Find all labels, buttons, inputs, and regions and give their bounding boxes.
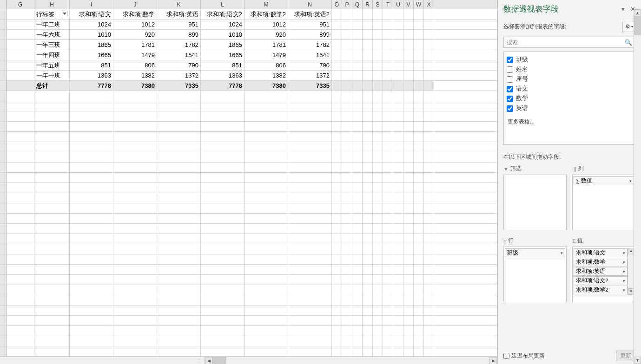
row-header[interactable] bbox=[0, 50, 7, 60]
value-header[interactable]: 求和项:数学2 bbox=[245, 9, 288, 19]
chevron-down-icon[interactable]: ▾ bbox=[623, 288, 625, 292]
row-header[interactable] bbox=[0, 254, 7, 264]
row-header[interactable] bbox=[0, 306, 7, 315]
value-header[interactable]: 求和项:英语2 bbox=[288, 9, 332, 19]
defer-layout-checkbox[interactable]: 延迟布局更新 bbox=[503, 352, 545, 360]
data-cell[interactable]: 1372 bbox=[157, 71, 201, 80]
row-header[interactable] bbox=[0, 285, 7, 295]
total-cell[interactable]: 7778 bbox=[201, 81, 245, 91]
row-header[interactable] bbox=[0, 275, 7, 285]
row-label-cell[interactable]: 一年五班 bbox=[34, 60, 70, 70]
data-cell[interactable]: 1382 bbox=[113, 71, 157, 80]
row-header[interactable] bbox=[0, 214, 7, 223]
value-header[interactable]: 求和项:语文 bbox=[70, 9, 113, 19]
row-header[interactable] bbox=[0, 316, 7, 325]
col-header[interactable]: S bbox=[373, 0, 383, 9]
total-label[interactable]: 总计 bbox=[34, 81, 70, 91]
row-label-cell[interactable]: 一年四班 bbox=[34, 50, 70, 60]
col-header[interactable]: P bbox=[342, 0, 352, 9]
values-scrollbar[interactable]: ▲ ▼ bbox=[628, 248, 634, 295]
col-header[interactable]: T bbox=[383, 0, 393, 9]
value-header[interactable]: 求和项:数学 bbox=[113, 9, 157, 19]
row-header[interactable] bbox=[0, 111, 7, 121]
data-cell[interactable]: 1012 bbox=[113, 20, 157, 29]
data-cell[interactable]: 790 bbox=[288, 60, 332, 70]
field-checkbox[interactable] bbox=[507, 57, 513, 63]
data-cell[interactable]: 1382 bbox=[245, 71, 288, 80]
total-cell[interactable]: 7380 bbox=[245, 81, 288, 91]
col-header[interactable]: O bbox=[332, 0, 342, 9]
row-header[interactable] bbox=[0, 183, 7, 193]
data-cell[interactable]: 1479 bbox=[245, 50, 288, 60]
col-header[interactable]: N bbox=[288, 0, 332, 9]
value-field-pill[interactable]: 求和项:数学2▾ bbox=[574, 286, 628, 294]
row-header[interactable] bbox=[0, 244, 7, 254]
col-header[interactable]: I bbox=[70, 0, 113, 9]
row-label-cell[interactable]: 一年三班 bbox=[34, 40, 70, 50]
value-field-pill[interactable]: 求和项:数学▾ bbox=[574, 258, 628, 266]
col-header[interactable]: M bbox=[245, 0, 288, 9]
col-header[interactable]: V bbox=[403, 0, 414, 9]
row-field-pill[interactable]: 班级▾ bbox=[505, 248, 565, 257]
total-cell[interactable]: 7380 bbox=[113, 81, 157, 91]
scroll-right-icon[interactable]: ▶ bbox=[489, 357, 497, 364]
row-header[interactable] bbox=[0, 142, 7, 152]
col-header[interactable]: L bbox=[201, 0, 245, 9]
data-cell[interactable]: 920 bbox=[245, 30, 288, 39]
col-header[interactable]: W bbox=[414, 0, 424, 9]
row-header[interactable] bbox=[0, 60, 7, 70]
data-cell[interactable]: 1541 bbox=[157, 50, 201, 60]
data-cell[interactable]: 920 bbox=[113, 30, 157, 39]
total-cell[interactable]: 7335 bbox=[157, 81, 201, 91]
columns-drop-zone[interactable]: ∑ 数值▾ bbox=[572, 175, 635, 230]
row-header[interactable] bbox=[0, 162, 7, 172]
row-header[interactable] bbox=[0, 91, 7, 101]
row-labels-header[interactable]: 行标签 bbox=[34, 9, 70, 19]
row-header[interactable] bbox=[0, 81, 7, 91]
row-header[interactable] bbox=[0, 152, 7, 162]
panel-menu-icon[interactable]: ▾ bbox=[621, 6, 625, 13]
data-cell[interactable]: 806 bbox=[245, 60, 288, 70]
chevron-down-icon[interactable]: ▾ bbox=[623, 251, 625, 255]
horizontal-scrollbar[interactable]: ◀ ▶ bbox=[205, 357, 497, 364]
scroll-thumb[interactable] bbox=[634, 17, 641, 35]
value-field-pill[interactable]: 求和项:语文▾ bbox=[574, 248, 628, 257]
chevron-down-icon[interactable]: ▾ bbox=[623, 269, 625, 274]
data-cell[interactable]: 1665 bbox=[70, 50, 113, 60]
field-checkbox[interactable] bbox=[507, 96, 513, 102]
row-header[interactable] bbox=[0, 132, 7, 142]
data-cell[interactable]: 1782 bbox=[157, 40, 201, 50]
row-header[interactable] bbox=[0, 224, 7, 234]
chevron-down-icon[interactable]: ▾ bbox=[561, 251, 563, 255]
value-field-pill[interactable]: 求和项:英语▾ bbox=[574, 267, 628, 276]
update-button[interactable]: 更新 bbox=[616, 351, 635, 361]
row-header[interactable] bbox=[0, 40, 7, 50]
col-header[interactable]: X bbox=[424, 0, 434, 9]
row-header[interactable] bbox=[0, 122, 7, 131]
scroll-left-icon[interactable]: ◀ bbox=[205, 357, 212, 364]
more-tables-link[interactable]: 更多表格... bbox=[507, 118, 632, 126]
data-cell[interactable]: 1781 bbox=[245, 40, 288, 50]
chevron-down-icon[interactable]: ▾ bbox=[629, 179, 632, 183]
field-search-box[interactable]: 🔍 bbox=[503, 37, 635, 48]
total-cell[interactable]: 7335 bbox=[288, 81, 332, 91]
data-cell[interactable]: 1372 bbox=[288, 71, 332, 80]
scroll-up-icon[interactable]: ▲ bbox=[634, 9, 641, 17]
data-cell[interactable]: 1665 bbox=[201, 50, 245, 60]
row-label-cell[interactable]: 一年一班 bbox=[34, 71, 70, 80]
scroll-down-icon[interactable]: ▼ bbox=[634, 357, 641, 364]
data-cell[interactable]: 899 bbox=[157, 30, 201, 39]
data-cell[interactable]: 1024 bbox=[201, 20, 245, 29]
col-header[interactable]: U bbox=[393, 0, 403, 9]
data-cell[interactable]: 1010 bbox=[70, 30, 113, 39]
data-cell[interactable]: 899 bbox=[288, 30, 332, 39]
vertical-scrollbar[interactable]: ▲ ▼ bbox=[634, 9, 641, 364]
col-header[interactable]: J bbox=[113, 0, 157, 9]
data-cell[interactable]: 806 bbox=[113, 60, 157, 70]
col-header[interactable]: R bbox=[363, 0, 373, 9]
data-cell[interactable]: 1024 bbox=[70, 20, 113, 29]
scroll-thumb[interactable] bbox=[212, 357, 226, 364]
cell[interactable] bbox=[7, 9, 34, 19]
col-header[interactable]: K bbox=[157, 0, 201, 9]
filter-drop-zone[interactable] bbox=[503, 175, 567, 230]
